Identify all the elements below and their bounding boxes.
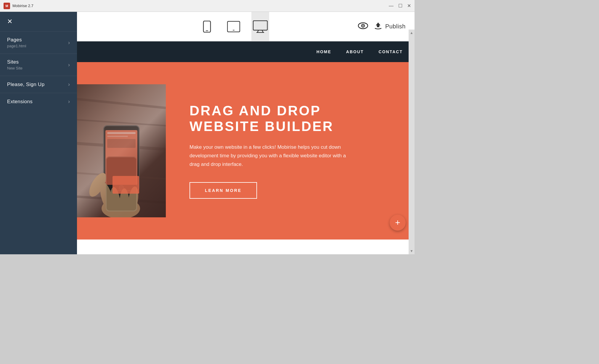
site-navigation: HOME ABOUT CONTACT <box>77 41 415 62</box>
upload-icon <box>374 22 382 31</box>
nav-item-contact[interactable]: CONTACT <box>379 49 403 54</box>
sidebar-sites-title: Sites <box>7 59 23 65</box>
sidebar-item-signup[interactable]: Please, Sign Up › <box>0 76 77 93</box>
chevron-right-icon: › <box>68 81 70 88</box>
nav-item-home[interactable]: HOME <box>317 49 331 54</box>
learn-more-button[interactable]: LEARN MORE <box>190 182 257 199</box>
logo-text: M <box>5 4 8 8</box>
svg-point-10 <box>362 25 364 26</box>
scroll-down-arrow[interactable]: ▼ <box>410 249 413 253</box>
chevron-right-icon: › <box>68 98 70 105</box>
titlebar: M Mobirise 2.7 — ☐ ✕ <box>0 0 415 12</box>
sidebar-pages-subtitle: page1.html <box>7 44 26 48</box>
sidebar-item-pages[interactable]: Pages page1.html › <box>0 31 77 54</box>
hero-title: DRAG AND DROP WEBSITE BUILDER <box>190 103 391 134</box>
add-block-button[interactable]: + <box>390 215 406 231</box>
editor-area: Publish HOME ABOUT CONTACT <box>77 12 415 254</box>
sidebar: ✕ Pages page1.html › Sites New Site › Pl… <box>0 12 77 254</box>
app-title: Mobirise 2.7 <box>12 4 33 8</box>
sidebar-signup-content: Please, Sign Up <box>7 82 44 88</box>
sidebar-item-extensions[interactable]: Extensions › <box>0 93 77 110</box>
device-switcher <box>110 12 358 41</box>
scroll-up-arrow[interactable]: ▲ <box>410 31 413 35</box>
chevron-right-icon: › <box>68 40 70 46</box>
sidebar-pages-content: Pages page1.html <box>7 37 26 48</box>
plus-icon: + <box>395 218 400 228</box>
sidebar-sites-content: Sites New Site <box>7 59 23 70</box>
mobile-view-button[interactable] <box>198 12 216 41</box>
sidebar-pages-title: Pages <box>7 37 26 43</box>
sidebar-signup-title: Please, Sign Up <box>7 82 44 88</box>
close-icon: ✕ <box>7 18 12 25</box>
desktop-view-button[interactable] <box>251 12 269 41</box>
hero-section: DRAG AND DROP WEBSITE BUILDER Make your … <box>77 62 415 240</box>
svg-line-12 <box>77 120 166 126</box>
svg-rect-21 <box>107 139 136 148</box>
hero-image <box>77 84 166 217</box>
toolbar-actions: Publish <box>358 22 406 31</box>
svg-rect-4 <box>253 21 267 30</box>
sidebar-item-sites[interactable]: Sites New Site › <box>0 54 77 76</box>
window-controls: — ☐ ✕ <box>389 4 411 8</box>
app-logo: M <box>4 3 10 9</box>
preview-button[interactable] <box>358 22 368 31</box>
website-preview: HOME ABOUT CONTACT <box>77 41 415 254</box>
minimize-button[interactable]: — <box>389 4 394 8</box>
hero-content: DRAG AND DROP WEBSITE BUILDER Make your … <box>166 85 415 216</box>
nav-item-about[interactable]: ABOUT <box>346 49 364 54</box>
svg-rect-1 <box>206 30 208 31</box>
chevron-right-icon: › <box>68 62 70 68</box>
close-window-button[interactable]: ✕ <box>407 4 411 8</box>
svg-line-11 <box>77 99 166 108</box>
sidebar-extensions-content: Extensions <box>7 99 33 105</box>
preview-canvas[interactable]: HOME ABOUT CONTACT <box>77 41 415 254</box>
main-container: ✕ Pages page1.html › Sites New Site › Pl… <box>0 12 415 254</box>
sidebar-extensions-title: Extensions <box>7 99 33 105</box>
publish-label: Publish <box>385 23 406 30</box>
svg-point-18 <box>119 185 124 190</box>
svg-rect-20 <box>107 136 128 137</box>
publish-button[interactable]: Publish <box>374 22 406 31</box>
svg-rect-17 <box>105 130 137 185</box>
maximize-button[interactable]: ☐ <box>398 4 402 8</box>
scrollbar: ▲ ▼ <box>409 30 415 254</box>
svg-rect-3 <box>233 30 235 30</box>
sidebar-close-button[interactable]: ✕ <box>0 12 77 31</box>
toolbar: Publish <box>77 12 415 41</box>
tablet-view-button[interactable] <box>225 12 243 41</box>
svg-rect-19 <box>107 132 136 134</box>
hero-description: Make your own website in a few clicks! M… <box>190 143 355 169</box>
sidebar-sites-subtitle: New Site <box>7 66 23 70</box>
